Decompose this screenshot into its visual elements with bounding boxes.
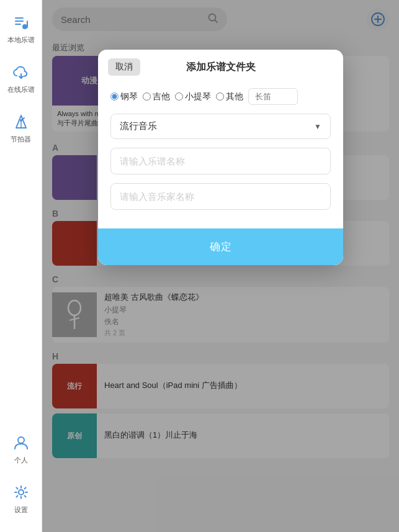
sidebar-item-local[interactable]: 本地乐谱 <box>0 6 42 50</box>
sidebar-item-online-label: 在线乐谱 <box>7 85 35 94</box>
radio-piano[interactable]: 钢琴 <box>110 91 138 102</box>
sidebar-bottom: 个人 设置 <box>0 426 42 532</box>
instrument-radio-group: 钢琴 吉他 小提琴 其他 <box>110 88 331 105</box>
svg-point-11 <box>19 490 24 495</box>
music-note-icon <box>10 11 32 34</box>
person-icon <box>10 431 32 454</box>
sidebar-item-profile-label: 个人 <box>14 456 28 465</box>
radio-violin[interactable]: 小提琴 <box>175 91 211 102</box>
genre-dropdown[interactable]: 流行音乐 ▼ <box>110 114 331 139</box>
overlay: 取消 添加乐谱文件夹 钢琴 吉他 小提琴 <box>42 0 399 532</box>
svg-rect-1 <box>15 20 24 22</box>
sidebar-item-metronome[interactable]: 节拍器 <box>0 106 42 149</box>
radio-other[interactable]: 其他 <box>216 91 243 102</box>
artist-name-input[interactable] <box>110 183 331 210</box>
radio-guitar[interactable]: 吉他 <box>143 91 170 102</box>
sidebar-item-metronome-label: 节拍器 <box>11 135 31 144</box>
genre-dropdown-wrap: 流行音乐 ▼ <box>110 114 331 139</box>
svg-point-10 <box>18 437 24 443</box>
radio-other-label: 其他 <box>226 91 243 102</box>
sidebar-item-local-label: 本地乐谱 <box>7 35 35 45</box>
svg-point-9 <box>20 119 22 122</box>
radio-violin-label: 小提琴 <box>185 91 211 102</box>
cloud-icon <box>10 61 32 83</box>
genre-selected-label: 流行音乐 <box>120 120 157 132</box>
sidebar: 本地乐谱 在线乐谱 节拍器 <box>0 0 42 532</box>
chevron-down-icon: ▼ <box>314 122 321 131</box>
dialog-title: 添加乐谱文件夹 <box>186 61 256 74</box>
sidebar-item-settings[interactable]: 设置 <box>0 476 42 520</box>
dialog: 取消 添加乐谱文件夹 钢琴 吉他 小提琴 <box>98 50 343 265</box>
radio-piano-label: 钢琴 <box>120 91 138 102</box>
cancel-button[interactable]: 取消 <box>108 58 140 76</box>
radio-guitar-label: 吉他 <box>153 91 170 102</box>
dialog-body: 钢琴 吉他 小提琴 其他 流行音乐 <box>98 82 343 219</box>
svg-rect-2 <box>15 24 21 25</box>
radio-guitar-input[interactable] <box>143 92 151 101</box>
score-name-input[interactable] <box>110 148 331 174</box>
svg-rect-4 <box>27 20 28 28</box>
metronome-icon <box>10 110 32 133</box>
svg-rect-0 <box>15 17 24 19</box>
other-instrument-input[interactable] <box>248 88 298 105</box>
confirm-button[interactable]: 确定 <box>98 228 343 265</box>
settings-icon <box>10 481 32 503</box>
sidebar-item-profile[interactable]: 个人 <box>0 426 42 470</box>
svg-point-3 <box>22 24 27 29</box>
radio-violin-input[interactable] <box>175 92 183 101</box>
dialog-header: 取消 添加乐谱文件夹 <box>98 50 343 82</box>
radio-piano-input[interactable] <box>110 92 119 101</box>
radio-other-input[interactable] <box>216 92 224 101</box>
sidebar-item-online[interactable]: 在线乐谱 <box>0 56 42 99</box>
sidebar-item-settings-label: 设置 <box>14 505 28 515</box>
